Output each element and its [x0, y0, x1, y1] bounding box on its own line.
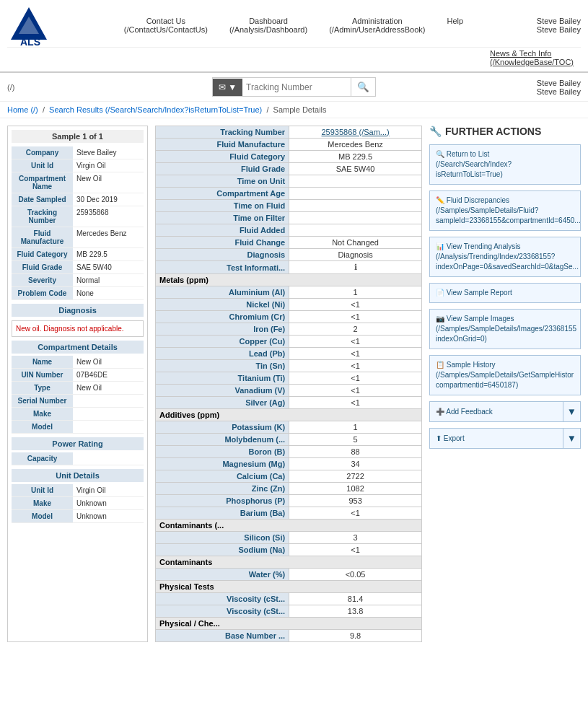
table-row: Water (%) <0.05	[156, 569, 422, 581]
add-feedback-button[interactable]: ➕ Add Feedback	[429, 401, 563, 422]
nav-dashboard[interactable]: Dashboard(/Analysis/Dashboard)	[229, 17, 307, 34]
na-label-cell: Sodium (Na)	[156, 544, 289, 556]
comp-name-row: Name New Oil	[12, 356, 144, 369]
comp-name-value: New Oil	[73, 356, 144, 368]
als-logo: ALS	[7, 4, 51, 47]
test-info-label-cell: Test Informati...	[156, 261, 289, 274]
main-layout: Sample 1 of 1 Company Steve Bailey Unit …	[0, 118, 588, 649]
visc100-label-cell: Viscosity (cSt...	[156, 605, 289, 618]
breadcrumb-home[interactable]: Home (/)	[7, 105, 38, 114]
view-trending-button[interactable]: 📊 View Trending Analysis (/Analysis/Tren…	[429, 237, 581, 277]
table-row: Time on Fluid	[156, 200, 422, 212]
base-number-value-cell: 9.8	[289, 630, 422, 642]
search-input[interactable]	[242, 79, 351, 96]
visc40-label-cell: Viscosity (cSt...	[156, 593, 289, 605]
tracking-number-value-cell: 25935868 (/Sam...)	[289, 126, 422, 139]
breadcrumb: Home (/) / Search Results (/Search/Searc…	[0, 102, 588, 118]
ni-label-cell: Nickel (Ni)	[156, 299, 289, 311]
visc100-value-cell: 13.8	[289, 605, 422, 618]
cr-label-cell: Chromium (Cr)	[156, 311, 289, 323]
unit-make-label: Make	[12, 497, 73, 509]
problem-code-row: Problem Code None	[12, 287, 144, 300]
nav-contact[interactable]: Contact Us(/ContactUs/ContactUs)	[124, 17, 208, 34]
table-row: Compartment Age	[156, 188, 422, 200]
problem-code-label: Problem Code	[12, 287, 73, 299]
view-sample-images-button[interactable]: 📷 View Sample Images (/Samples/SampleDet…	[429, 309, 581, 349]
add-feedback-dropdown[interactable]: ▼	[563, 401, 581, 422]
return-to-list-button[interactable]: 🔍 Return to List (/Search/Search/Index?i…	[429, 144, 581, 185]
capacity-label: Capacity	[12, 452, 73, 465]
table-row: Fluid Category MB 229.5	[156, 151, 422, 163]
search-go-button[interactable]: 🔍	[351, 78, 375, 96]
fluid-grade-value-cell: SAE 5W40	[289, 163, 422, 175]
table-row: Zinc (Zn) 1082	[156, 483, 422, 495]
email-icon-button[interactable]: ✉ ▼	[213, 79, 242, 96]
unit-id-value: Virgin Oil	[73, 159, 144, 172]
model-label: Model	[12, 421, 73, 433]
tracking-number-row: Tracking Number 25935868	[12, 206, 144, 227]
p-value-cell: 953	[289, 495, 422, 507]
export-dropdown[interactable]: ▼	[563, 428, 581, 449]
test-info-icon-cell[interactable]: ℹ	[289, 261, 422, 274]
nav-help[interactable]: Help	[447, 17, 463, 34]
power-rating-header: Power Rating	[12, 437, 144, 450]
news-link[interactable]: News & Tech Info(/KnowledgeBase/TOC)	[490, 49, 574, 66]
time-on-filter-value-cell	[289, 212, 422, 224]
mo-value-cell: 5	[289, 434, 422, 446]
table-row: Phosphorus (P) 953	[156, 495, 422, 507]
company-label: Company	[12, 146, 73, 159]
export-button[interactable]: ⬆ Export	[429, 428, 563, 449]
user-name-header: Steve Bailey	[537, 17, 581, 25]
svg-text:ALS: ALS	[20, 36, 40, 47]
table-row: Test Informati... ℹ	[156, 261, 422, 274]
sn-label-cell: Tin (Sn)	[156, 360, 289, 372]
fluid-discrepancies-button[interactable]: ✏️ Fluid Discrepancies (/Samples/SampleD…	[429, 190, 581, 231]
si-value-cell: 3	[289, 532, 422, 544]
nav-administration[interactable]: Administration(/Admin/UserAddressBook)	[329, 17, 425, 34]
diagnosis-section-header: Diagnosis	[12, 304, 144, 317]
fluid-change-label-cell: Fluid Change	[156, 237, 289, 249]
contaminants-section-label: Contaminants	[156, 556, 422, 569]
compartment-age-label-cell: Compartment Age	[156, 188, 289, 200]
contaminants-ppm-section-row: Contaminants (...	[156, 520, 422, 532]
table-row: Tracking Number 25935868 (/Sam...)	[156, 126, 422, 139]
problem-code-value: None	[73, 287, 144, 299]
breadcrumb-search[interactable]: Search Results (/Search/Search/Index?isR…	[49, 105, 262, 114]
diagnosis-text: New oil. Diagnosis not applicable.	[12, 320, 144, 337]
sample-counter: Sample 1 of 1	[12, 130, 144, 143]
table-row: Aluminium (Al) 1	[156, 286, 422, 299]
date-sampled-label: Date Sampled	[12, 193, 73, 206]
fe-label-cell: Iron (Fe)	[156, 323, 289, 336]
sample-history-button[interactable]: 📋 Sample History (/Samples/SampleDetails…	[429, 355, 581, 395]
table-row: Diagnosis Diagnosis	[156, 249, 422, 261]
tracking-number-label: Tracking Number	[12, 206, 73, 227]
zn-value-cell: 1082	[289, 483, 422, 495]
table-row: Boron (B) 88	[156, 446, 422, 458]
view-sample-report-button[interactable]: 📄 View Sample Report	[429, 283, 581, 303]
physical-chem-section-label: Physical / Che...	[156, 618, 422, 630]
fluid-cat-label-cell: Fluid Category	[156, 151, 289, 163]
time-on-fluid-label-cell: Time on Fluid	[156, 200, 289, 212]
table-row: Viscosity (cSt... 81.4	[156, 593, 422, 605]
table-row: Sodium (Na) <1	[156, 544, 422, 556]
al-label-cell: Aluminium (Al)	[156, 286, 289, 299]
table-row: Iron (Fe) 2	[156, 323, 422, 336]
tracking-number-value: 25935868	[73, 206, 144, 227]
table-row: Fluid Grade SAE 5W40	[156, 163, 422, 175]
home-link[interactable]: (/)	[7, 83, 14, 92]
severity-row: Severity Normal	[12, 274, 144, 287]
diagnosis-value-cell: Diagnosis	[289, 249, 422, 261]
contaminants-section-row: Contaminants	[156, 556, 422, 569]
contaminants-ppm-section-label: Contaminants (...	[156, 520, 422, 532]
left-panel: Sample 1 of 1 Company Steve Bailey Unit …	[7, 126, 148, 642]
table-row: Fluid Change Not Changed	[156, 237, 422, 249]
fluid-category-value: MB 229.5	[73, 248, 144, 260]
compartment-details-header: Compartment Details	[12, 341, 144, 354]
diagnosis-label-cell: Diagnosis	[156, 249, 289, 261]
header: ALS Contact Us(/ContactUs/ContactUs) Das…	[0, 0, 588, 73]
table-row: Fluid Manufacture Mercedes Benz	[156, 139, 422, 151]
time-on-unit-value-cell	[289, 175, 422, 188]
company-row: Company Steve Bailey	[12, 146, 144, 159]
severity-value: Normal	[73, 274, 144, 286]
fluid-manufacture-label: Fluid Manufacture	[12, 227, 73, 247]
